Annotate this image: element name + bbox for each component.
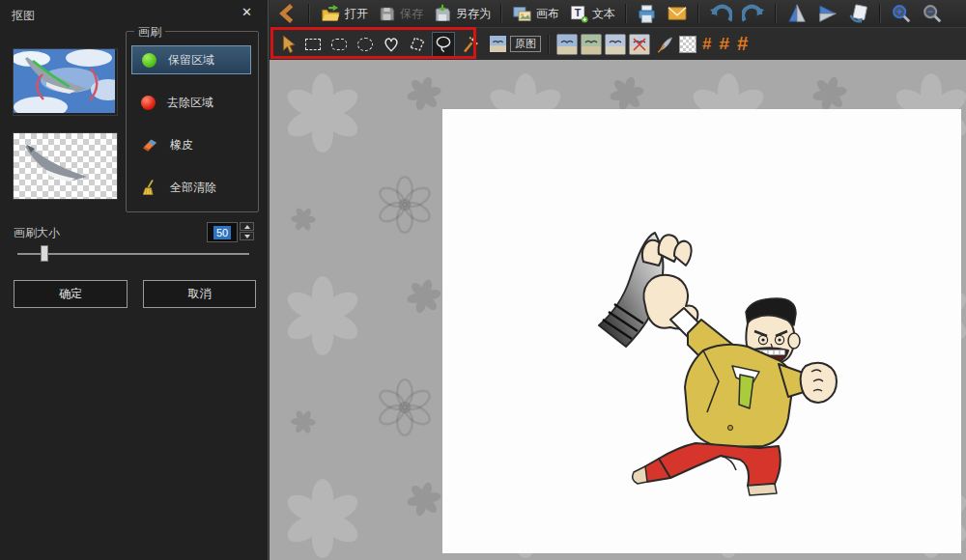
preview-thumbnail-3[interactable]	[605, 34, 626, 55]
grid-large-button[interactable]: #	[733, 33, 752, 56]
brush-size-input[interactable]: 50	[207, 222, 238, 242]
brush-size-value: 50	[213, 226, 231, 239]
save-as-label: 另存为	[456, 6, 491, 22]
toolbar-separator	[500, 4, 502, 23]
undo-button[interactable]	[705, 2, 736, 25]
redo-button[interactable]	[738, 2, 769, 25]
preview-4-image	[630, 35, 649, 54]
clear-all-button[interactable]: 全部清除	[131, 173, 251, 202]
broom-icon	[141, 179, 158, 196]
cutout-panel: 抠图 ✕	[0, 0, 269, 560]
save-button[interactable]: 保存	[374, 2, 427, 25]
sky-bird-thumbnail-image	[14, 49, 115, 113]
print-button[interactable]	[633, 2, 661, 25]
text-tool-icon: T	[569, 4, 588, 23]
pointer-tool-button[interactable]	[275, 32, 298, 57]
lasso-icon	[434, 35, 453, 54]
triangle-up-icon	[244, 225, 250, 229]
lasso-tool-button[interactable]	[432, 32, 455, 57]
preview-thumbnail-4[interactable]	[629, 34, 650, 55]
heart-marquee-button[interactable]	[380, 32, 403, 57]
text-label: 文本	[592, 6, 615, 22]
zoom-out-button[interactable]	[918, 2, 947, 25]
canvas-image	[587, 223, 854, 509]
ok-button[interactable]: 确定	[14, 280, 128, 308]
result-thumbnail[interactable]	[13, 132, 118, 200]
rounded-rect-marquee-button[interactable]	[327, 32, 351, 57]
eraser-button[interactable]: 橡皮	[131, 130, 251, 159]
photo-editor-window: 抠图 ✕	[0, 0, 966, 560]
toolbar-separator	[775, 4, 777, 23]
spin-up-button[interactable]	[240, 222, 254, 231]
green-ball-icon	[142, 53, 156, 68]
zoom-in-button[interactable]	[887, 2, 916, 25]
spin-down-button[interactable]	[240, 232, 254, 240]
brush-group-label: 画刷	[134, 24, 165, 41]
cancel-button[interactable]: 取消	[143, 280, 256, 308]
magic-wand-icon	[460, 34, 479, 55]
top-toolbar: 打开 保存 另存为	[270, 0, 966, 27]
printer-icon	[637, 4, 657, 24]
mail-button[interactable]	[663, 2, 692, 25]
zoom-out-icon	[922, 3, 943, 24]
main-area: 打开 保存 另存为	[270, 0, 966, 560]
flip-horizontal-button[interactable]	[813, 2, 842, 25]
save-label: 保存	[400, 6, 423, 22]
transparency-checker-button[interactable]	[679, 36, 696, 53]
rounded-rect-marquee-icon	[331, 39, 347, 50]
toolbar-separator	[697, 4, 699, 23]
toolbar-separator	[308, 4, 310, 23]
save-icon	[378, 5, 396, 23]
tools-toolbar: 原图	[270, 27, 966, 60]
eraser-label: 橡皮	[170, 137, 193, 154]
source-thumbnail[interactable]	[13, 48, 118, 116]
toolbar-separator	[879, 4, 881, 23]
polygon-marquee-button[interactable]	[406, 32, 429, 57]
rotate-button[interactable]	[844, 2, 873, 25]
flip-vertical-button[interactable]	[782, 2, 811, 25]
brush-groupbox: 画刷 保留区域 去除区域 橡皮	[126, 31, 259, 212]
save-as-button[interactable]: 另存为	[429, 2, 495, 25]
canvas-button[interactable]: 画布	[508, 2, 563, 25]
heart-marquee-icon	[382, 35, 401, 54]
grid-medium-button[interactable]: #	[716, 35, 733, 54]
preview-3-image	[606, 35, 625, 54]
cutout-bird-thumbnail-image	[14, 133, 115, 197]
preview-1-image	[557, 35, 577, 54]
keep-area-label: 保留区域	[168, 52, 214, 69]
canvas-icon	[512, 5, 532, 23]
grid-small-button[interactable]: #	[699, 35, 714, 54]
magic-wand-button[interactable]	[458, 32, 481, 57]
rect-marquee-button[interactable]	[301, 32, 325, 57]
brush-size-label: 画刷大小	[14, 225, 60, 241]
toolbar-separator	[548, 35, 550, 54]
back-arrow-icon	[277, 3, 298, 24]
save-as-icon	[433, 4, 452, 23]
back-button[interactable]	[273, 2, 302, 25]
feather-tool-button[interactable]	[653, 32, 676, 57]
close-icon[interactable]: ✕	[242, 6, 252, 19]
image-canvas[interactable]	[442, 109, 961, 553]
remove-area-button[interactable]: 去除区域	[131, 88, 251, 117]
preview-thumbnail-1[interactable]	[556, 34, 578, 55]
feather-icon	[655, 34, 674, 55]
svg-text:T: T	[575, 7, 582, 18]
original-image-button[interactable]: 原图	[490, 36, 541, 52]
eraser-icon	[141, 136, 158, 154]
original-image-icon	[490, 36, 506, 52]
brush-size-slider-track[interactable]	[17, 253, 249, 255]
keep-area-button[interactable]: 保留区域	[131, 45, 251, 74]
zoom-in-icon	[891, 3, 912, 24]
canvas-label: 画布	[536, 6, 559, 22]
ellipse-marquee-button[interactable]	[354, 32, 377, 57]
redo-icon	[742, 3, 765, 24]
open-button[interactable]: 打开	[316, 2, 372, 25]
ellipse-marquee-icon	[357, 38, 373, 51]
rect-marquee-icon	[305, 39, 321, 50]
brush-size-slider-handle[interactable]	[41, 245, 48, 262]
flip-vertical-icon	[786, 3, 808, 24]
open-label: 打开	[345, 6, 368, 22]
remove-area-label: 去除区域	[167, 95, 213, 111]
preview-thumbnail-2[interactable]	[581, 34, 602, 55]
text-button[interactable]: T 文本	[565, 2, 619, 25]
